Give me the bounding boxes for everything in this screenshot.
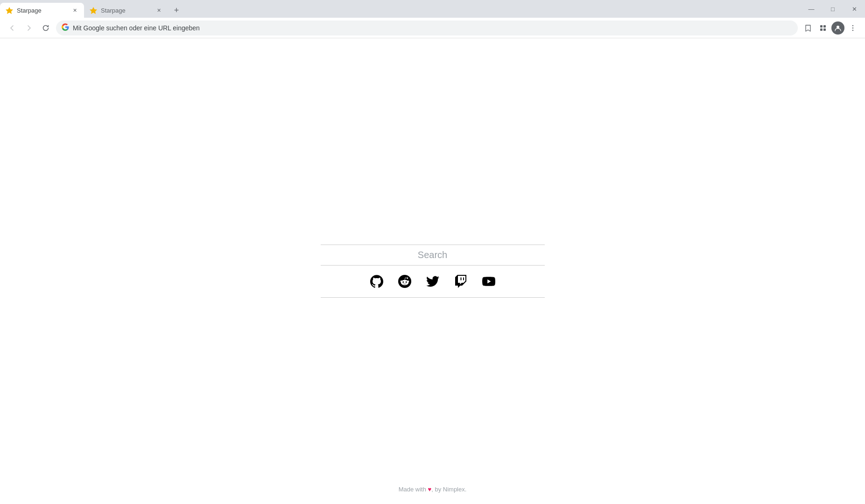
svg-point-7 [852,25,853,26]
tab-bar: Starpage ✕ Starpage ✕ + — □ ✕ [0,0,865,18]
tab-1-close[interactable]: ✕ [71,7,78,14]
github-icon-button[interactable] [367,272,386,291]
tab-2-favicon [90,7,97,14]
search-placeholder: Search [418,250,447,260]
twitter-icon-button[interactable] [423,272,442,291]
svg-point-9 [852,29,853,30]
footer: Made with ♥, by Nimplex. [0,486,865,493]
minimize-button[interactable]: — [801,0,822,18]
back-button[interactable] [6,21,19,35]
address-bar-row: Mit Google suchen oder eine URL eingeben [0,18,865,38]
address-bar-text: Mit Google suchen oder eine URL eingeben [73,24,792,32]
menu-button[interactable] [846,21,859,35]
footer-suffix: , by Nimplex. [431,486,466,493]
forward-button[interactable] [22,21,35,35]
tab-2[interactable]: Starpage ✕ [84,3,168,18]
address-bar[interactable]: Mit Google suchen oder eine URL eingeben [56,21,798,35]
footer-prefix: Made with [399,486,428,493]
svg-point-8 [852,27,853,28]
social-icons-row [321,266,545,298]
center-widget: Search [321,245,545,298]
profile-button[interactable] [831,21,844,35]
svg-marker-0 [6,7,13,14]
reddit-icon-button[interactable] [395,272,414,291]
reload-button[interactable] [39,21,52,35]
window-controls: — □ ✕ [801,0,865,18]
toolbar-icons [802,21,859,35]
google-icon [62,23,69,32]
tab-2-close[interactable]: ✕ [155,7,162,14]
tab-2-title: Starpage [101,7,151,14]
tab-1[interactable]: Starpage ✕ [0,3,84,18]
bookmark-button[interactable] [802,21,815,35]
svg-rect-4 [820,28,823,31]
svg-rect-3 [823,25,826,28]
svg-rect-5 [823,28,826,31]
youtube-icon-button[interactable] [479,272,498,291]
page-content: Search [0,38,865,504]
extensions-button[interactable] [816,21,830,35]
chrome-frame: Starpage ✕ Starpage ✕ + — □ ✕ [0,0,865,38]
new-tab-button[interactable]: + [170,4,183,17]
search-container[interactable]: Search [321,245,545,266]
tab-1-favicon [6,7,13,14]
svg-point-6 [837,26,839,28]
maximize-button[interactable]: □ [822,0,844,18]
svg-rect-2 [820,25,823,28]
svg-marker-1 [90,7,97,14]
tab-1-title: Starpage [17,7,67,14]
twitch-icon-button[interactable] [451,272,470,291]
search-input[interactable]: Search [321,250,545,260]
close-button[interactable]: ✕ [844,0,865,18]
